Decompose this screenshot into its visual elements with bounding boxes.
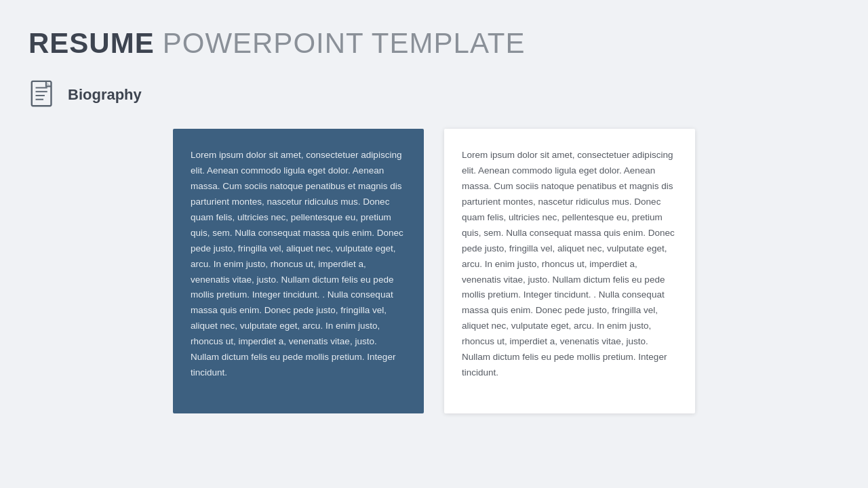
biography-label: Biography [68,86,142,104]
card-light: Lorem ipsum dolor sit amet, consectetuer… [444,129,695,413]
card-light-text: Lorem ipsum dolor sit amet, consectetuer… [462,148,677,381]
card-dark: Lorem ipsum dolor sit amet, consectetuer… [173,129,424,413]
document-icon [28,80,58,110]
slide-header: RESUME POWERPOINT TEMPLATE [28,27,840,60]
title-bold: RESUME [28,27,155,60]
slide: RESUME POWERPOINT TEMPLATE Biography Lor… [0,0,868,488]
cards-container: Lorem ipsum dolor sit amet, consectetuer… [28,129,840,413]
title-light: POWERPOINT TEMPLATE [163,27,526,60]
biography-section: Biography [28,80,840,110]
card-dark-text: Lorem ipsum dolor sit amet, consectetuer… [191,148,406,381]
